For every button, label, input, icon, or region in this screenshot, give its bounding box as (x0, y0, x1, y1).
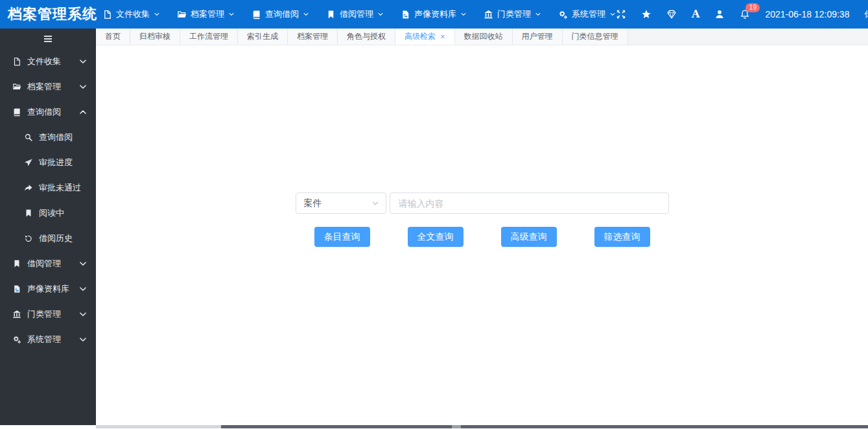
scrollbar-thumb[interactable] (221, 425, 452, 428)
topnav-item-query-borrow[interactable]: 查询借阅 (252, 8, 309, 20)
notifications-button[interactable]: 19 (740, 9, 750, 19)
tab-label: 门类信息管理 (572, 31, 618, 42)
topnav-item-file-collection[interactable]: 文件收集 (102, 8, 160, 20)
share-arrow-icon (24, 183, 33, 192)
category-select-value: 案件 (304, 198, 371, 209)
book-icon (252, 10, 261, 19)
hamburger-menu-icon (43, 34, 53, 44)
theme-button[interactable] (666, 9, 677, 19)
bookmark-icon (12, 259, 21, 268)
close-icon[interactable]: × (440, 32, 445, 41)
scrollbar-gap (452, 425, 461, 428)
filter-query-button[interactable]: 筛选查询 (594, 227, 650, 247)
header-toolbar: A 19 2021-06-18 12:09:38 你好 管理员 (616, 8, 868, 20)
chevron-down-icon (303, 11, 309, 17)
chevron-down-icon (609, 11, 616, 17)
topnav-label: 档案管理 (191, 8, 224, 20)
category-select[interactable]: 案件 (296, 192, 386, 214)
sidebar: 文件收集 档案管理 查询借阅 查询借阅 审批进度 审批未通过 阅读中 (0, 29, 96, 426)
tab-roles-authorization[interactable]: 角色与授权 (338, 29, 395, 45)
tab-user-management[interactable]: 用户管理 (513, 29, 563, 45)
tab-archive-management[interactable]: 档案管理 (288, 29, 338, 45)
media-file-icon (401, 10, 410, 19)
gears-icon (12, 335, 21, 344)
app-window: 档案管理系统 文件收集 档案管理 查询借阅 借阅管理 (0, 0, 868, 429)
topnav-item-archive-management[interactable]: 档案管理 (177, 8, 235, 20)
user-greeting: 你好 管理员 (864, 8, 868, 20)
tab-advanced-search[interactable]: 高级检索 × (395, 29, 455, 45)
topnav-item-av-library[interactable]: 声像资料库 (401, 8, 467, 20)
sidebar-item-system-management[interactable]: 系统管理 (0, 327, 96, 352)
chevron-down-icon (78, 259, 88, 268)
topnav-label: 声像资料库 (414, 8, 456, 20)
datetime-display: 2021-06-18 12:09:38 (765, 9, 849, 19)
sidebar-subitem-approval-progress[interactable]: 审批进度 (0, 150, 96, 175)
media-file-icon (12, 284, 21, 294)
topnav-label: 系统管理 (572, 8, 605, 20)
user-icon (714, 9, 725, 19)
sidebar-subitem-reading[interactable]: 阅读中 (0, 200, 96, 226)
chevron-down-icon (377, 11, 384, 17)
bank-icon (484, 10, 493, 19)
sidebar-item-label: 文件收集 (27, 56, 61, 67)
tab-category-info-management[interactable]: 门类信息管理 (563, 29, 628, 45)
tab-label: 档案管理 (297, 31, 328, 42)
sidebar-item-label: 声像资料库 (27, 283, 69, 295)
chevron-down-icon (78, 57, 88, 66)
diamond-icon (666, 9, 677, 19)
chevron-down-icon (78, 284, 88, 294)
topnav-item-system-management[interactable]: 系统管理 (558, 8, 616, 20)
history-icon (24, 234, 33, 243)
main-content: 案件 条目查询 全文查询 高级查询 筛选查询 (96, 45, 868, 425)
fullscreen-button[interactable] (616, 9, 626, 19)
sidebar-item-label: 档案管理 (27, 81, 61, 93)
scrollbar-thumb[interactable] (461, 425, 868, 428)
document-icon (12, 57, 21, 66)
tab-home[interactable]: 首页 (96, 29, 130, 45)
advanced-query-button[interactable]: 高级查询 (501, 227, 557, 247)
tab-label: 工作流管理 (189, 31, 228, 42)
sidebar-item-av-library[interactable]: 声像资料库 (0, 276, 96, 301)
sidebar-item-archive-management[interactable]: 档案管理 (0, 74, 96, 99)
app-title: 档案管理系统 (0, 5, 102, 24)
topnav-label: 文件收集 (116, 8, 150, 20)
search-panel: 案件 条目查询 全文查询 高级查询 筛选查询 (296, 192, 669, 247)
fullscreen-icon (616, 9, 626, 19)
topnav-item-borrow-management[interactable]: 借阅管理 (326, 8, 384, 20)
tab-data-recycle-bin[interactable]: 数据回收站 (455, 29, 513, 45)
search-content-input[interactable] (390, 192, 669, 214)
sidebar-subitem-borrow-history[interactable]: 借阅历史 (0, 226, 96, 251)
font-size-icon: A (692, 9, 699, 19)
entry-query-button[interactable]: 条目查询 (314, 227, 370, 247)
favorites-button[interactable] (641, 9, 651, 19)
tab-index-generation[interactable]: 索引生成 (238, 29, 288, 45)
topnav-item-category-management[interactable]: 门类管理 (484, 8, 541, 20)
chevron-down-icon (228, 11, 235, 17)
tab-workflow-management[interactable]: 工作流管理 (180, 29, 238, 45)
book-icon (12, 108, 21, 117)
profile-button[interactable] (714, 9, 725, 19)
gears-icon (558, 10, 568, 19)
chevron-down-icon (78, 335, 88, 344)
sidebar-item-file-collection[interactable]: 文件收集 (0, 49, 96, 74)
sidebar-item-category-management[interactable]: 门类管理 (0, 301, 96, 327)
tab-label: 用户管理 (522, 31, 553, 42)
sidebar-item-query-borrow[interactable]: 查询借阅 (0, 99, 96, 124)
sidebar-subitem-approval-rejected[interactable]: 审批未通过 (0, 175, 96, 200)
bank-icon (12, 310, 21, 319)
bookmark-icon (24, 209, 33, 218)
sidebar-item-borrow-management[interactable]: 借阅管理 (0, 251, 96, 276)
tab-label: 高级检索 (405, 31, 436, 42)
star-icon (641, 9, 651, 19)
font-size-button[interactable]: A (692, 9, 699, 19)
sidebar-subitem-query-borrow[interactable]: 查询借阅 (0, 124, 96, 150)
folder-open-icon (12, 82, 21, 91)
tab-archive-review[interactable]: 归档审核 (130, 29, 180, 45)
fulltext-query-button[interactable]: 全文查询 (408, 227, 463, 247)
sidebar-collapse-button[interactable] (0, 29, 96, 49)
search-icon (24, 133, 33, 142)
sidebar-subitem-label: 借阅历史 (39, 233, 73, 244)
paper-plane-icon (24, 158, 33, 167)
tab-label: 角色与授权 (347, 31, 386, 42)
sidebar-subitem-label: 审批进度 (39, 157, 73, 168)
